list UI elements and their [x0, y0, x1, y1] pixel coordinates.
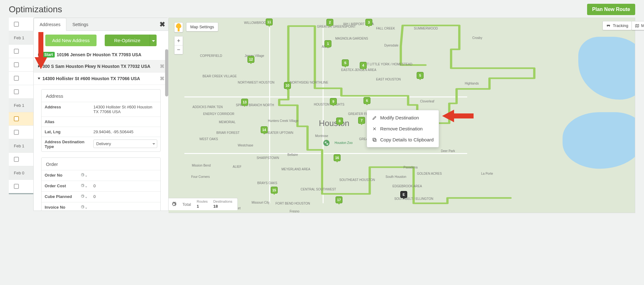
- remove-address-icon[interactable]: ✖: [160, 63, 164, 70]
- gear-icon[interactable]: [171, 201, 177, 207]
- tracking-toggle[interactable]: Tracking: [602, 21, 632, 30]
- map-area-label: NORTHSIDE/ NORTHLINE: [290, 81, 328, 84]
- optimization-checkbox-row[interactable]: [9, 112, 33, 126]
- map-area-label: GREATER GREENSPOINT: [317, 25, 356, 28]
- gear-icon[interactable]: [80, 184, 87, 189]
- route-marker[interactable]: 15: [271, 187, 278, 194]
- optimization-checkbox-row[interactable]: [9, 58, 33, 72]
- row-checkbox[interactable]: [14, 89, 19, 94]
- map-area-label: Highlands: [465, 82, 479, 85]
- map-area-label: SHARPSTOWN: [257, 156, 279, 160]
- row-checkbox[interactable]: [14, 130, 19, 135]
- map-area-label: FORT BEND HOUSTON: [275, 202, 310, 205]
- copy-details-item[interactable]: Copy Details to Clipboard: [367, 134, 439, 145]
- tab-addresses[interactable]: Addresses: [34, 18, 66, 31]
- reoptimize-button[interactable]: Re-Optimize: [105, 35, 150, 46]
- route-marker[interactable]: 2: [326, 19, 333, 26]
- add-new-address-button[interactable]: Add New Address: [45, 35, 97, 46]
- route-marker[interactable]: 6: [364, 97, 370, 104]
- row-checkbox[interactable]: [14, 22, 19, 27]
- row-checkbox[interactable]: [14, 49, 19, 54]
- date-group-header: Feb 1: [9, 99, 33, 112]
- route-marker[interactable]: 9: [330, 98, 337, 105]
- scrollbar[interactable]: [165, 49, 168, 85]
- destination-context-menu: Modify Destination Remove Destination Co…: [367, 110, 439, 147]
- zoom-out-button[interactable]: −: [175, 45, 183, 54]
- row-checkbox[interactable]: [14, 157, 19, 162]
- row-checkbox[interactable]: [14, 184, 19, 189]
- map[interactable]: Houston WILLOWBROOKIAH / AIRPORT AREAGRE…: [169, 18, 635, 213]
- address-row[interactable]: 300 S Sam Houston Pkwy N Houston TX 7703…: [34, 60, 167, 73]
- plan-new-route-button[interactable]: Plan New Route: [587, 4, 635, 15]
- map-area-label: ADDICKS PARK TEN: [192, 105, 223, 109]
- route-marker[interactable]: 3: [365, 19, 372, 26]
- map-area-label: WEST OAKS: [199, 137, 218, 141]
- map-area-label: EAST LITTLE YORK / HOMESTEAD: [361, 63, 412, 66]
- map-area-label: GREATER UPTOWN: [264, 131, 293, 134]
- close-icon[interactable]: ✖: [159, 20, 165, 29]
- map-area-label: ALIEF: [233, 165, 242, 168]
- remove-address-icon[interactable]: ✖: [160, 75, 164, 82]
- reoptimize-caret-button[interactable]: [150, 35, 157, 46]
- route-marker[interactable]: 16: [334, 154, 341, 161]
- field-latlng-key: Lat, Lng: [42, 127, 90, 137]
- remove-destination-item[interactable]: Remove Destination: [367, 123, 439, 134]
- optimization-checkbox-row[interactable]: [9, 18, 33, 31]
- route-marker[interactable]: 13: [241, 99, 248, 106]
- route-marker[interactable]: 1: [325, 40, 331, 47]
- field-orderno-key: Order No: [42, 170, 90, 181]
- optimization-checkbox-row[interactable]: [9, 180, 33, 193]
- route-marker[interactable]: 7: [358, 117, 365, 124]
- map-area-label: EAST HOUSTON: [376, 78, 401, 81]
- destination-type-select[interactable]: Delivery: [93, 140, 157, 148]
- route-marker[interactable]: 11: [266, 19, 273, 25]
- map-area-label: Houston Zoo: [335, 141, 353, 145]
- route-marker[interactable]: 5: [417, 72, 424, 79]
- modify-destination-item[interactable]: Modify Destination: [367, 112, 439, 123]
- route-marker[interactable]: 14: [261, 126, 268, 133]
- svg-marker-4: [442, 110, 474, 122]
- svg-marker-0: [35, 32, 47, 69]
- optimization-checkbox-row[interactable]: [9, 72, 33, 85]
- chevron-icon[interactable]: [37, 78, 41, 79]
- row-checkbox[interactable]: [14, 62, 19, 67]
- route-marker[interactable]: S: [342, 59, 349, 66]
- svg-rect-3: [373, 138, 375, 140]
- map-area-label: BRIAR FOREST: [216, 131, 240, 134]
- optimization-checkbox-row[interactable]: [9, 85, 33, 99]
- gear-icon[interactable]: [80, 205, 87, 210]
- map-area-label: Pasadena: [403, 166, 418, 169]
- route-marker[interactable]: 12: [247, 56, 254, 63]
- route-marker[interactable]: 17: [336, 196, 342, 203]
- optimization-checkbox-row[interactable]: [9, 126, 33, 139]
- address-card-title: Address: [42, 90, 160, 102]
- pegman-icon[interactable]: [174, 22, 183, 32]
- gear-icon[interactable]: [80, 173, 87, 178]
- city-label-houston: Houston: [319, 118, 349, 128]
- map-settings-button[interactable]: Map Settings: [186, 22, 218, 31]
- map-toggle[interactable]: Map: [632, 21, 644, 30]
- gear-icon[interactable]: [80, 194, 87, 200]
- map-area-label: Cloverleaf: [420, 100, 434, 103]
- route-marker[interactable]: E: [400, 191, 407, 198]
- field-ordercost-key: Order Cost: [42, 181, 90, 192]
- svg-rect-2: [374, 139, 376, 141]
- route-marker[interactable]: 10: [284, 82, 291, 89]
- address-row[interactable]: Start10196 Jensen Dr Houston TX 77093 US…: [34, 49, 167, 60]
- row-checkbox[interactable]: [14, 76, 19, 81]
- map-area-label: GOLDEN ACRES: [417, 172, 442, 175]
- address-row[interactable]: 14300 Hollister St #600 Houston TX 77066…: [34, 73, 167, 85]
- zoom-in-button[interactable]: +: [175, 36, 183, 45]
- optimization-checkbox-row[interactable]: [9, 45, 33, 58]
- route-marker[interactable]: 8: [336, 118, 343, 124]
- optimization-checkbox-row[interactable]: [9, 153, 33, 166]
- map-area-label: COPPERFIELD: [200, 54, 222, 58]
- map-area-label: Montrose: [315, 134, 328, 138]
- map-area-label: Hunters Creek Village: [268, 119, 298, 123]
- map-area-label: EDGEBROOK AREA: [392, 184, 422, 188]
- route-marker[interactable]: 4: [360, 62, 367, 69]
- status-routes-label: Routes: [197, 200, 208, 204]
- tab-settings[interactable]: Settings: [66, 18, 94, 30]
- row-checkbox[interactable]: [14, 116, 19, 121]
- field-orderno-val: [90, 170, 160, 181]
